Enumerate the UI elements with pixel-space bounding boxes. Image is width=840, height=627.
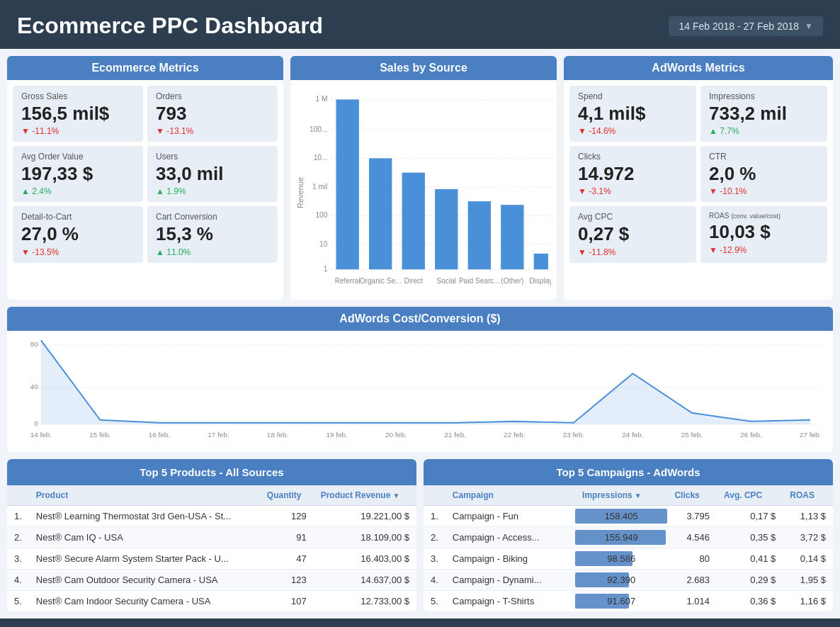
bar-paid-search [468,201,491,269]
cost-conversion-panel: AdWords Cost/Conversion ($) 80 40 0 [7,307,833,452]
impressions-value: 98.586 [582,553,660,564]
bar-social [435,189,458,269]
clicks-value: 4.546 [667,527,717,548]
metric-clicks-change: -3.1% [578,186,688,196]
col-product[interactable]: Product [29,485,260,506]
table-row: 4. Nest® Cam Outdoor Security Camera - U… [7,570,416,591]
roas-value: 1,13 $ [783,506,833,527]
sales-bar-chart-svg: 1 M 100... 10... 1 mil 100 10 1 [307,86,551,300]
svg-text:10: 10 [319,240,328,248]
svg-text:17 feb.: 17 feb. [208,431,229,439]
svg-text:100: 100 [315,211,327,219]
svg-text:80: 80 [30,340,39,348]
svg-text:40: 40 [30,383,39,390]
sort-icon: ▼ [392,492,399,499]
main-content: Ecommerce Metrics Gross Sales 156,5 mil$… [0,49,840,618]
line-area [41,340,810,424]
metric-avg-order: Avg Order Value 197,33 $ 2.4% [13,146,143,202]
impressions-cell: 91.607 [575,591,667,612]
svg-text:25 feb.: 25 feb. [681,431,703,439]
up-arrow-icon [21,186,32,196]
top-products-table: Product Quantity Product Revenue▼ 1. Nes… [7,485,416,611]
date-range-selector[interactable]: 14 Feb 2018 - 27 Feb 2018 ▼ [669,16,823,36]
svg-text:Direct: Direct [404,277,424,285]
line-path [41,340,810,422]
campaign-name: Campaign - Biking [445,548,575,570]
sales-chart-container: Revenue 1 M 100... 10... 1 mil 100 10 1 [290,80,557,300]
sales-bar-chart-area: 1 M 100... 10... 1 mil 100 10 1 [307,86,551,300]
svg-text:0: 0 [34,419,38,427]
product-quantity: 91 [260,527,314,548]
roas-value: 1,95 $ [783,570,833,591]
table-row: 4. Campaign - Dynami... 92.390 2.683 0,2… [424,570,833,591]
metric-gross-sales-change: -11.1% [21,126,135,136]
adwords-metrics-header: AdWords Metrics [564,56,833,80]
svg-text:27 feb.: 27 feb. [800,431,821,439]
col-clicks[interactable]: Clicks [667,485,717,506]
metric-roas-label: ROAS (conv. value/cost) [709,212,819,220]
clicks-value: 80 [667,548,717,570]
row-num: 2. [7,527,29,548]
col-quantity[interactable]: Quantity [260,485,314,506]
row-num: 4. [424,570,445,591]
metric-impressions: Impressions 733,2 mil 7.7% [700,86,827,142]
metric-cart-conversion-value: 15,3 % [156,223,269,245]
col-avg-cpc[interactable]: Avg. CPC [717,485,783,506]
ecommerce-metrics-header: Ecommerce Metrics [7,56,283,80]
campaign-name: Campaign - Access... [445,527,575,548]
metric-ctr-value: 2,0 % [709,163,819,185]
metric-avg-order-label: Avg Order Value [21,152,135,162]
top-campaigns-header: Top 5 Campaigns - AdWords [424,459,833,485]
svg-text:23 feb.: 23 feb. [563,431,584,439]
down-arrow-icon [709,245,720,255]
product-revenue: 18.109,00 $ [314,527,416,548]
top-campaigns-panel: Top 5 Campaigns - AdWords Campaign Impre… [424,459,833,611]
dashboard-title: Ecommerce PPC Dashboard [17,13,323,39]
col-campaign[interactable]: Campaign [445,485,575,506]
metric-clicks-label: Clicks [578,152,688,162]
adwords-metrics-panel: AdWords Metrics Spend 4,1 mil$ -14.6% Im… [564,56,833,300]
up-arrow-icon [709,126,720,136]
svg-text:24 feb.: 24 feb. [622,431,643,439]
metric-users-label: Users [156,152,269,162]
svg-text:15 feb.: 15 feb. [89,431,110,439]
campaign-name: Campaign - T-Shirts [445,591,575,612]
metric-roas-change: -12.9% [709,245,819,255]
svg-text:1 M: 1 M [315,96,327,103]
clicks-value: 2.683 [667,570,717,591]
svg-text:14 feb.: 14 feb. [30,431,52,439]
row-num: 2. [424,527,445,548]
svg-text:21 feb.: 21 feb. [445,431,466,439]
metric-roas-value: 10,03 $ [709,221,819,243]
metric-detail-to-cart: Detail-to-Cart 27,0 % -13.5% [13,206,143,262]
product-revenue: 14.637,00 $ [314,570,416,591]
col-impressions[interactable]: Impressions▼ [575,485,667,506]
impressions-value: 92.390 [582,575,660,585]
table-row: 5. Campaign - T-Shirts 91.607 1.014 0,36… [424,591,833,612]
line-chart-wrapper: 80 40 0 14 feb. 15 feb. 16 feb. 17 fe [7,331,833,452]
row-num: 3. [424,548,445,570]
metric-avg-order-value: 197,33 $ [21,163,135,185]
middle-row: AdWords Cost/Conversion ($) 80 40 0 [0,307,840,459]
product-quantity: 123 [260,570,314,591]
sales-by-source-panel: Sales by Source Revenue 1 M 100... 10...… [290,56,557,300]
product-revenue: 19.221,00 $ [314,506,416,527]
roas-value: 0,14 $ [783,548,833,570]
y-axis-label: Revenue [296,86,305,300]
col-num [7,485,29,506]
sales-by-source-header: Sales by Source [290,56,557,80]
metric-detail-to-cart-change: -13.5% [21,247,135,257]
top-row: Ecommerce Metrics Gross Sales 156,5 mil$… [0,49,840,307]
col-num [424,485,445,506]
impressions-cell: 98.586 [575,548,667,570]
product-quantity: 107 [260,591,314,612]
impressions-value: 155.949 [582,532,660,543]
col-revenue[interactable]: Product Revenue▼ [314,485,416,506]
impressions-cell: 155.949 [575,527,667,548]
metric-roas: ROAS (conv. value/cost) 10,03 $ -12.9% [700,206,827,262]
avg-cpc-value: 0,41 $ [717,548,783,570]
table-row: 5. Nest® Cam Indoor Security Camera - US… [7,591,416,612]
col-roas[interactable]: ROAS [783,485,833,506]
metric-users-value: 33,0 mil [156,163,269,185]
sort-icon: ▼ [635,492,642,499]
